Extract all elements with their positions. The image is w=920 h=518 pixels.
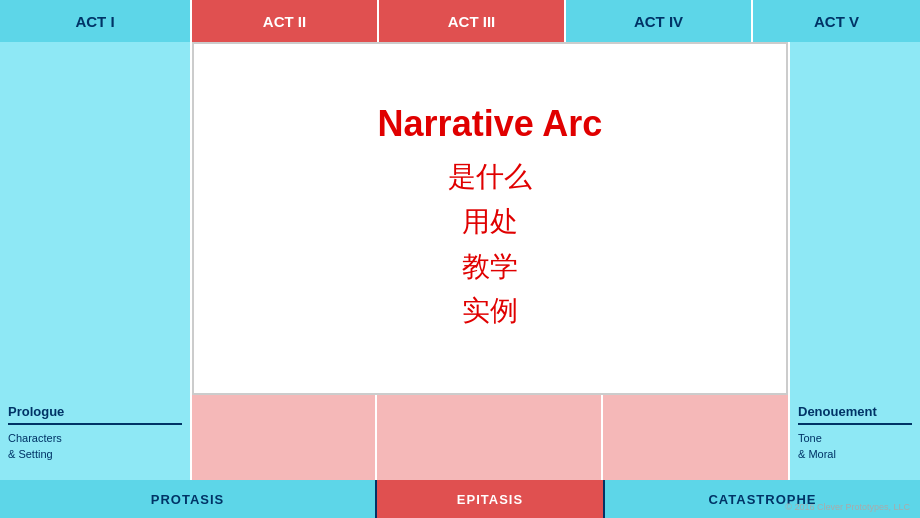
act3-label: ACT III bbox=[448, 13, 496, 30]
prologue-underline bbox=[8, 423, 182, 425]
act1-header: ACT I bbox=[0, 0, 190, 42]
denouement-underline bbox=[798, 423, 912, 425]
epitasis-label: EPITASIS bbox=[457, 492, 523, 507]
main-body: Prologue Characters & Setting bbox=[0, 42, 920, 480]
denouement-sub: Tone & Moral bbox=[798, 431, 912, 462]
act-header-row: ACT I ACT II ACT III ACT IV ACT V bbox=[0, 0, 920, 42]
copyright: © 2016 Clever Prototypes, LLC bbox=[785, 502, 910, 512]
narrative-arc-title: Narrative Arc bbox=[378, 103, 603, 145]
act5-header: ACT V bbox=[753, 0, 920, 42]
item-3: 教学 bbox=[448, 245, 532, 290]
item-2: 用处 bbox=[448, 200, 532, 245]
prologue-sub-line1: Characters bbox=[8, 432, 62, 444]
act2-bottom-cell bbox=[192, 395, 377, 480]
prologue-sub-line2: & Setting bbox=[8, 448, 53, 460]
act2-label: ACT II bbox=[263, 13, 306, 30]
epitasis-footer: EPITASIS bbox=[377, 480, 603, 518]
act2-header: ACT II bbox=[192, 0, 377, 42]
slide: ACT I ACT II ACT III ACT IV ACT V Prolog… bbox=[0, 0, 920, 518]
center-top: Narrative Arc 是什么 用处 教学 实例 bbox=[192, 42, 788, 395]
item-4: 实例 bbox=[448, 289, 532, 334]
protasis-label: PROTASIS bbox=[151, 492, 225, 507]
center-bottom bbox=[192, 395, 788, 480]
denouement-sub-line1: Tone bbox=[798, 432, 822, 444]
act4-header: ACT IV bbox=[566, 0, 751, 42]
act1-column: Prologue Characters & Setting bbox=[0, 42, 190, 480]
item-1: 是什么 bbox=[448, 155, 532, 200]
catastrophe-footer: CATASTROPHE bbox=[605, 480, 920, 518]
act1-label: ACT I bbox=[75, 13, 114, 30]
act4-bottom-cell bbox=[603, 395, 788, 480]
narrative-arc-items: 是什么 用处 教学 实例 bbox=[448, 155, 532, 334]
act5-column: Denouement Tone & Moral bbox=[790, 42, 920, 480]
prologue-label: Prologue bbox=[8, 404, 182, 419]
act3-header: ACT III bbox=[379, 0, 564, 42]
center-columns: Narrative Arc 是什么 用处 教学 实例 bbox=[192, 42, 788, 480]
act3-bottom-cell bbox=[377, 395, 603, 480]
denouement-sub-line2: & Moral bbox=[798, 448, 836, 460]
act5-label: ACT V bbox=[814, 13, 859, 30]
prologue-sub: Characters & Setting bbox=[8, 431, 182, 462]
protasis-footer: PROTASIS bbox=[0, 480, 375, 518]
narrative-arc-box: Narrative Arc 是什么 用处 教学 实例 bbox=[192, 42, 788, 395]
act4-label: ACT IV bbox=[634, 13, 683, 30]
act-footer-row: PROTASIS EPITASIS CATASTROPHE bbox=[0, 480, 920, 518]
denouement-label: Denouement bbox=[798, 404, 912, 419]
